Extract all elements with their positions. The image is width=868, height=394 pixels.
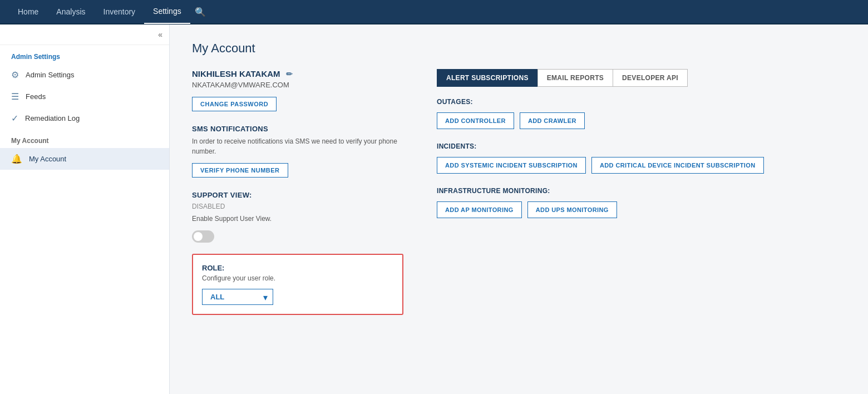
sidebar-item-label: My Account xyxy=(29,155,66,163)
admin-settings-section-label: Admin Settings xyxy=(0,45,169,64)
tab-email-reports[interactable]: EMAIL REPORTS xyxy=(537,69,613,87)
top-navigation: Home Analysis Inventory Settings 🔍 xyxy=(0,0,868,24)
add-ups-monitoring-button[interactable]: ADD UPS MONITORING xyxy=(527,201,617,218)
sidebar-item-remediation-log[interactable]: ✓ Remediation Log xyxy=(0,107,169,129)
sms-description: In order to receive notifications via SM… xyxy=(192,136,403,156)
nav-item-home[interactable]: Home xyxy=(9,0,47,24)
main-content: My Account NIKHILESH KATAKAM ✏ NKATAKAM@… xyxy=(170,24,868,394)
incidents-btn-group: ADD SYSTEMIC INCIDENT SUBSCRIPTION ADD C… xyxy=(437,157,846,174)
search-icon[interactable]: 🔍 xyxy=(195,7,206,17)
incidents-label: INCIDENTS: xyxy=(437,142,846,150)
edit-icon[interactable]: ✏ xyxy=(286,70,293,78)
sidebar-item-my-account[interactable]: 🔔 My Account xyxy=(0,148,169,170)
tab-developer-api[interactable]: DEVELOPER API xyxy=(613,69,688,87)
nav-item-analysis[interactable]: Analysis xyxy=(47,0,94,24)
sidebar-collapse-area: « xyxy=(0,24,169,45)
app-layout: « Admin Settings ⚙ Admin Settings ☰ Feed… xyxy=(0,24,868,394)
nav-item-inventory[interactable]: Inventory xyxy=(95,0,145,24)
sidebar-item-label: Remediation Log xyxy=(25,114,80,122)
add-controller-button[interactable]: ADD CONTROLLER xyxy=(437,112,514,129)
role-select[interactable]: ALL ADMIN READ ONLY xyxy=(202,289,273,305)
infra-btn-group: ADD AP MONITORING ADD UPS MONITORING xyxy=(437,201,846,218)
role-label: ROLE: xyxy=(202,264,393,272)
nav-item-settings[interactable]: Settings xyxy=(144,0,190,24)
sidebar-collapse-button[interactable]: « xyxy=(158,30,162,39)
page-title: My Account xyxy=(192,41,846,56)
user-name-text: NIKHILESH KATAKAM xyxy=(192,69,280,78)
outages-btn-group: ADD CONTROLLER ADD CRAWLER xyxy=(437,112,846,129)
content-grid: NIKHILESH KATAKAM ✏ NKATAKAM@VMWARE.COM … xyxy=(192,69,846,315)
support-view-status: DISABLED xyxy=(192,203,403,210)
subscription-tabs: ALERT SUBSCRIPTIONS EMAIL REPORTS DEVELO… xyxy=(437,69,846,87)
role-description: Configure your user role. xyxy=(202,274,393,282)
add-critical-device-incident-button[interactable]: ADD CRITICAL DEVICE INCIDENT SUBSCRIPTIO… xyxy=(591,157,764,174)
infra-monitoring-label: INFRASTRUCTURE MONITORING: xyxy=(437,187,846,195)
change-password-button[interactable]: CHANGE PASSWORD xyxy=(192,97,277,111)
user-email: NKATAKAM@VMWARE.COM xyxy=(192,81,403,89)
sidebar-item-label: Feeds xyxy=(26,92,46,101)
role-select-wrapper: ALL ADMIN READ ONLY ▾ xyxy=(202,289,273,305)
support-view-desc: Enable Support User View. xyxy=(192,214,403,224)
toggle-knob xyxy=(194,232,203,241)
add-ap-monitoring-button[interactable]: ADD AP MONITORING xyxy=(437,201,522,218)
gear-icon: ⚙ xyxy=(11,70,19,80)
tab-alert-subscriptions[interactable]: ALERT SUBSCRIPTIONS xyxy=(437,69,537,87)
add-systemic-incident-button[interactable]: ADD SYSTEMIC INCIDENT SUBSCRIPTION xyxy=(437,157,586,174)
sidebar-item-feeds[interactable]: ☰ Feeds xyxy=(0,86,169,107)
sidebar-item-label: Admin Settings xyxy=(26,71,74,79)
my-account-section-label: My Account xyxy=(0,129,169,148)
role-box: ROLE: Configure your user role. ALL ADMI… xyxy=(192,254,403,315)
outages-label: OUTAGES: xyxy=(437,98,846,106)
right-panel: ALERT SUBSCRIPTIONS EMAIL REPORTS DEVELO… xyxy=(437,69,846,232)
support-view-heading: SUPPORT VIEW: xyxy=(192,191,403,199)
sidebar-item-admin-settings[interactable]: ⚙ Admin Settings xyxy=(0,64,169,86)
support-view-toggle-container xyxy=(192,230,403,243)
sidebar: « Admin Settings ⚙ Admin Settings ☰ Feed… xyxy=(0,24,170,394)
user-name-row: NIKHILESH KATAKAM ✏ xyxy=(192,69,403,78)
bell-icon: 🔔 xyxy=(11,154,22,164)
verify-phone-button[interactable]: VERIFY PHONE NUMBER xyxy=(192,163,288,178)
feeds-icon: ☰ xyxy=(11,91,19,102)
left-panel: NIKHILESH KATAKAM ✏ NKATAKAM@VMWARE.COM … xyxy=(192,69,403,315)
add-crawler-button[interactable]: ADD CRAWLER xyxy=(520,112,585,129)
check-icon: ✓ xyxy=(11,113,18,124)
support-view-toggle[interactable] xyxy=(192,230,214,243)
sms-section-heading: SMS NOTIFICATIONS xyxy=(192,125,403,133)
